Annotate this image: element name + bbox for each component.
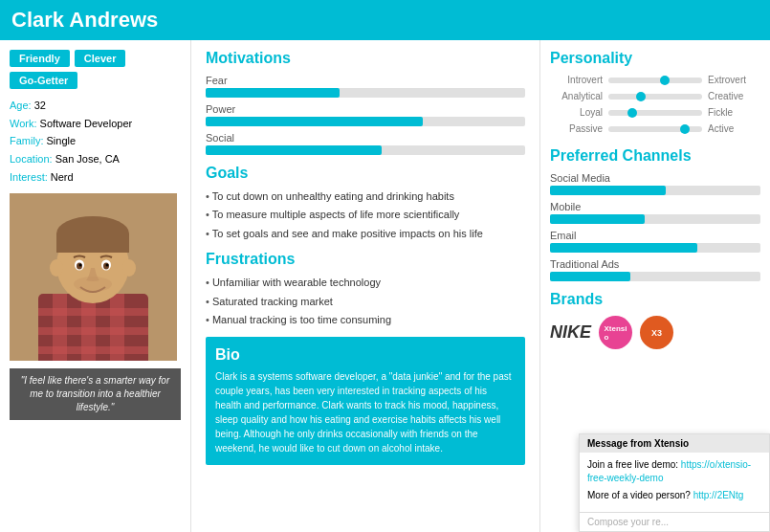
person-photo (10, 193, 177, 361)
motivations-title: Motivations (206, 50, 525, 67)
bar-label-fear: Fear (206, 75, 525, 86)
channel-bar-traditional-ads (550, 272, 760, 281)
channel-bar-email (550, 243, 760, 253)
bar-fill-social (206, 145, 382, 155)
tag-clever[interactable]: Clever (75, 50, 126, 67)
location-label: Location: (10, 153, 55, 165)
info-block: Age: 32 Work: Software Developer Family:… (10, 97, 181, 186)
tag-go-getter[interactable]: Go-Getter (10, 72, 77, 89)
slider-track-3 (608, 110, 702, 116)
channel-fill-mobile (550, 214, 645, 224)
slider-track-1 (608, 78, 702, 83)
channels-title: Preferred Channels (550, 147, 760, 165)
brands-section: Brands NIKE Xtensio X3 (550, 291, 760, 349)
bar-fill-fear (206, 88, 340, 98)
chat-input-placeholder: Compose your re... (587, 517, 669, 527)
motivation-bar-social: Social (206, 132, 525, 155)
brand-nike: NIKE (550, 322, 591, 343)
personality-loyal-fickle: Loyal Fickle (550, 107, 760, 118)
channel-label-social-media: Social Media (550, 172, 760, 184)
page-title: Clark Andrews (11, 8, 759, 33)
chat-link-2[interactable]: http://2ENtg (693, 490, 744, 500)
bio-section: Bio Clark is a systems software develope… (206, 337, 525, 465)
slider-label-extrovert: Extrovert (708, 75, 760, 85)
channels-section: Preferred Channels Social Media Mobile E… (550, 147, 760, 281)
frustrations-list: Unfamiliar with wearable technology Satu… (206, 276, 525, 327)
slider-label-fickle: Fickle (708, 107, 760, 118)
middle-panel: Motivations Fear Power Social (191, 40, 540, 532)
interest-label: Interest: (10, 171, 51, 183)
personality-introvert-extrovert: Introvert Extrovert (550, 75, 760, 85)
tags-container: Friendly Clever Go-Getter (10, 50, 181, 89)
svg-rect-11 (56, 233, 129, 253)
motivations-section: Motivations Fear Power Social (206, 50, 525, 155)
slider-thumb-4[interactable] (680, 124, 690, 134)
slider-thumb-1[interactable] (660, 76, 670, 85)
channel-fill-email (550, 243, 697, 253)
brand-x3: X3 (640, 316, 673, 349)
bio-text: Clark is a systems software developer, a… (215, 369, 516, 455)
goals-section: Goals To cut down on unhealthy eating an… (206, 165, 525, 241)
chat-input-area[interactable]: Compose your re... (580, 512, 769, 531)
family-label: Family: (10, 135, 47, 146)
motivation-bar-power: Power (206, 103, 525, 126)
svg-point-16 (79, 264, 82, 267)
slider-thumb-3[interactable] (627, 108, 637, 118)
svg-rect-5 (38, 308, 148, 316)
channel-label-traditional-ads: Traditional Ads (550, 258, 760, 270)
profile-image-container: ✛ ✎ ⊞ 🗑 ⚙ (10, 193, 177, 361)
slider-thumb-2[interactable] (636, 92, 646, 101)
bar-label-power: Power (206, 103, 525, 115)
channel-fill-traditional-ads (550, 272, 630, 281)
left-panel: Friendly Clever Go-Getter Age: 32 Work: … (0, 40, 191, 532)
svg-point-20 (74, 277, 112, 292)
bar-track-fear (206, 88, 525, 98)
slider-label-active: Active (708, 123, 760, 134)
chat-link-1[interactable]: https://o/xtensio-free-weekly-demo (587, 459, 751, 483)
channel-bar-social-media (550, 186, 760, 195)
page-header: Clark Andrews (0, 0, 770, 40)
slider-track-4 (608, 126, 702, 132)
work-label: Work: (10, 118, 40, 129)
motivation-bar-fear: Fear (206, 75, 525, 98)
slider-label-loyal: Loyal (550, 107, 603, 118)
chat-header: Message from Xtensio (580, 434, 769, 453)
personality-section: Personality Introvert Extrovert Analytic… (550, 50, 760, 134)
goal-item-1: To cut down on unhealthy eating and drin… (206, 189, 525, 204)
slider-label-introvert: Introvert (550, 75, 603, 85)
goal-item-3: To set goals and see and make positive i… (206, 227, 525, 241)
main-content: Friendly Clever Go-Getter Age: 32 Work: … (0, 40, 770, 532)
brand-logos-container: NIKE Xtensio X3 (550, 316, 760, 349)
bar-fill-power (206, 117, 423, 126)
slider-label-creative: Creative (708, 91, 760, 101)
chat-body: Join a free live demo: https://o/xtensio… (580, 453, 769, 512)
channel-label-mobile: Mobile (550, 201, 760, 212)
chat-message: Join a free live demo: https://o/xtensio… (587, 458, 761, 485)
slider-label-analytical: Analytical (550, 91, 603, 101)
brand-xtensio: Xtensio (599, 316, 632, 349)
slider-track-2 (608, 94, 702, 100)
svg-point-17 (106, 264, 109, 267)
channel-fill-social-media (550, 186, 666, 195)
personality-passive-active: Passive Active (550, 123, 760, 134)
slider-label-passive: Passive (550, 123, 603, 134)
frustration-item-2: Saturated tracking market (206, 295, 525, 309)
chat-popup: Message from Xtensio Join a free live de… (579, 433, 770, 532)
frustration-item-3: Manual tracking is too time consuming (206, 313, 525, 327)
tag-friendly[interactable]: Friendly (10, 50, 70, 67)
frustrations-section: Frustrations Unfamiliar with wearable te… (206, 251, 525, 327)
personality-title: Personality (550, 50, 760, 67)
channel-label-email: Email (550, 230, 760, 241)
svg-point-18 (50, 259, 63, 277)
goal-item-2: To measure multiple aspects of life more… (206, 208, 525, 222)
profile-quote: "I feel like there's a smarter way for m… (10, 368, 181, 420)
bar-label-social: Social (206, 132, 525, 144)
brands-title: Brands (550, 291, 760, 308)
bio-title: Bio (215, 346, 516, 364)
goals-list: To cut down on unhealthy eating and drin… (206, 189, 525, 241)
right-panel: Personality Introvert Extrovert Analytic… (540, 40, 770, 532)
frustrations-title: Frustrations (206, 251, 525, 268)
personality-analytical-creative: Analytical Creative (550, 91, 760, 101)
channel-bar-mobile (550, 214, 760, 224)
svg-rect-6 (38, 327, 148, 335)
